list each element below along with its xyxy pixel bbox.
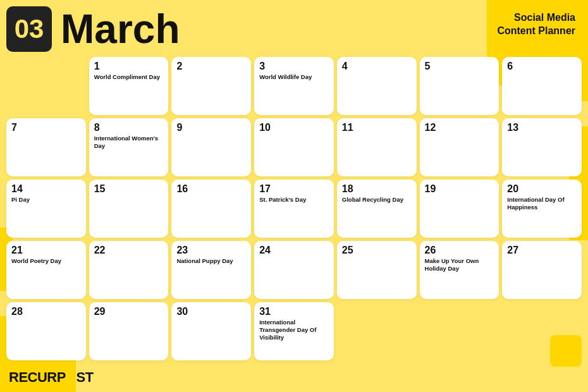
day-number-30: 30 <box>176 306 246 317</box>
calendar-day-23: 23National Puppy Day <box>171 241 251 299</box>
day-number-6: 6 <box>507 61 577 72</box>
day-event-17: St. Patrick's Day <box>259 196 329 204</box>
calendar-day-6: 6 <box>502 57 582 115</box>
day-number-29: 29 <box>94 306 164 317</box>
calendar-day-4: 4 <box>337 57 417 115</box>
calendar-day-empty-34 <box>502 302 582 360</box>
calendar-day-20: 20International Day Of Happiness <box>502 180 582 238</box>
day-number-15: 15 <box>94 183 164 195</box>
planner-line1: Social Media <box>497 11 575 25</box>
day-event-3: World Wildlife Day <box>259 73 329 81</box>
day-number-18: 18 <box>342 183 412 195</box>
day-event-21: World Poetry Day <box>11 257 81 265</box>
calendar-day-21: 21World Poetry Day <box>6 241 86 299</box>
day-number-17: 17 <box>259 183 329 195</box>
month-name: March <box>61 9 180 49</box>
calendar-day-10: 10 <box>254 118 334 176</box>
day-number-1: 1 <box>94 61 164 72</box>
calendar-grid: 1World Compliment Day23World Wildlife Da… <box>6 57 582 360</box>
calendar-day-empty-32 <box>337 302 417 360</box>
calendar-day-empty-33 <box>420 302 499 360</box>
calendar-day-15: 15 <box>89 180 169 238</box>
brand-text-after: ST <box>77 369 94 385</box>
day-number-22: 22 <box>94 245 164 256</box>
day-number-31: 31 <box>259 306 329 317</box>
day-number-16: 16 <box>176 183 246 195</box>
day-number-26: 26 <box>425 245 494 256</box>
calendar-day-27: 27 <box>502 241 582 299</box>
calendar-day-7: 7 <box>6 118 86 176</box>
calendar-day-empty-0 <box>6 57 86 115</box>
calendar-day-8: 8International Women's Day <box>89 118 169 176</box>
header: 03 March <box>6 6 180 52</box>
day-event-26: Make Up Your Own Holiday Day <box>425 257 494 273</box>
day-number-4: 4 <box>342 61 412 72</box>
calendar-day-25: 25 <box>337 241 417 299</box>
brand-text-before: RECURP <box>9 369 66 385</box>
day-number-2: 2 <box>176 61 246 72</box>
day-event-1: World Compliment Day <box>94 73 164 81</box>
calendar-day-3: 3World Wildlife Day <box>254 57 334 115</box>
day-number-14: 14 <box>11 183 81 195</box>
day-number-7: 7 <box>11 122 81 133</box>
day-number-12: 12 <box>425 122 494 133</box>
calendar-day-9: 9 <box>171 118 251 176</box>
calendar-day-30: 30 <box>171 302 251 360</box>
planner-line2: Content Planner <box>497 25 575 38</box>
calendar-day-11: 11 <box>337 118 417 176</box>
calendar-day-5: 5 <box>420 57 499 115</box>
calendar-day-13: 13 <box>502 118 582 176</box>
day-event-23: National Puppy Day <box>176 257 246 265</box>
calendar-day-2: 2 <box>171 57 251 115</box>
day-number-25: 25 <box>342 245 412 256</box>
day-event-31: International Transgender Day Of Visibil… <box>259 319 329 342</box>
calendar-day-31: 31International Transgender Day Of Visib… <box>254 302 334 360</box>
day-event-14: Pi Day <box>11 196 81 204</box>
planner-label: Social Media Content Planner <box>497 11 575 38</box>
day-number-5: 5 <box>425 61 494 72</box>
calendar-day-24: 24 <box>254 241 334 299</box>
day-number-9: 9 <box>176 122 246 133</box>
calendar-day-16: 16 <box>171 180 251 238</box>
calendar-day-14: 14Pi Day <box>6 180 86 238</box>
calendar-day-28: 28 <box>6 302 86 360</box>
day-number-8: 8 <box>94 122 164 133</box>
day-number-27: 27 <box>507 245 577 256</box>
calendar-day-1: 1World Compliment Day <box>89 57 169 115</box>
calendar-day-29: 29 <box>89 302 169 360</box>
day-number-24: 24 <box>259 245 329 256</box>
day-event-20: International Day Of Happiness <box>507 196 577 212</box>
day-event-8: International Women's Day <box>94 135 164 150</box>
brand-logo: RECURPOST <box>9 369 94 386</box>
day-number-23: 23 <box>176 245 246 256</box>
day-number-20: 20 <box>507 183 577 195</box>
day-number-10: 10 <box>259 122 329 133</box>
calendar-day-22: 22 <box>89 241 169 299</box>
month-number: 03 <box>6 6 52 52</box>
calendar-day-19: 19 <box>420 180 499 238</box>
brand-o: O <box>66 369 77 385</box>
day-number-28: 28 <box>11 306 81 317</box>
day-number-13: 13 <box>507 122 577 133</box>
day-number-3: 3 <box>259 61 329 72</box>
calendar-day-12: 12 <box>420 118 499 176</box>
calendar-day-18: 18Global Recycling Day <box>337 180 417 238</box>
day-number-11: 11 <box>342 122 412 133</box>
calendar-day-17: 17St. Patrick's Day <box>254 180 334 238</box>
calendar-day-26: 26Make Up Your Own Holiday Day <box>420 241 499 299</box>
day-number-21: 21 <box>11 245 81 256</box>
day-number-19: 19 <box>425 183 494 195</box>
day-event-18: Global Recycling Day <box>342 196 412 204</box>
